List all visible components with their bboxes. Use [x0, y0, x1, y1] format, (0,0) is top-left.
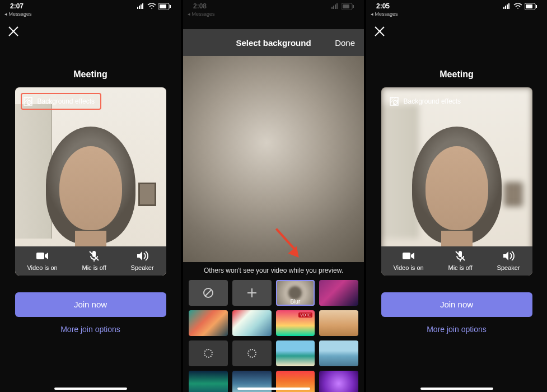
- preview-hint: Others won't see your video while you pr…: [183, 262, 364, 280]
- sheet-title: Select background: [236, 38, 311, 48]
- blur-icon: [288, 286, 302, 300]
- background-option-abstract-1[interactable]: [189, 310, 228, 336]
- status-time: 2:07: [10, 2, 24, 10]
- background-effects-button[interactable]: Background effects: [21, 93, 102, 110]
- background-option-nebula[interactable]: [319, 371, 358, 392]
- svg-rect-1: [139, 6, 140, 9]
- svg-rect-6: [170, 5, 171, 8]
- svg-rect-36: [536, 5, 537, 8]
- mic-off-icon: [87, 250, 101, 262]
- signal-icon: [331, 3, 339, 9]
- background-option-blur[interactable]: Blur: [276, 280, 315, 306]
- blur-label: Blur: [276, 298, 315, 305]
- home-indicator[interactable]: [237, 388, 310, 390]
- speaker-icon: [501, 250, 516, 262]
- background-option-add[interactable]: [232, 280, 272, 306]
- background-effects-button[interactable]: Background effects: [387, 93, 466, 110]
- battery-icon: [342, 3, 354, 10]
- video-preview-blurred: Background effects Video is on Mic is of…: [381, 87, 532, 276]
- more-join-options-link[interactable]: More join options: [427, 325, 487, 334]
- mic-toggle[interactable]: Mic is off: [448, 250, 473, 271]
- status-right-icons: [331, 3, 354, 10]
- background-option-beach[interactable]: [276, 340, 315, 366]
- page-title: Meeting: [366, 69, 547, 80]
- background-option-loading-2[interactable]: [232, 340, 272, 366]
- speaker-icon: [135, 250, 149, 262]
- svg-rect-25: [353, 5, 354, 8]
- close-icon[interactable]: [366, 17, 393, 37]
- phone-prejoin-1: 2:07 ◂ Messages Meeting Background effec…: [0, 0, 181, 392]
- phone-prejoin-2: 2:05 ◂ Messages Meeting Background effec…: [366, 0, 547, 392]
- status-right-icons: [137, 3, 171, 10]
- background-effects-icon: [389, 96, 399, 106]
- background-effects-label: Background effects: [404, 97, 461, 105]
- svg-rect-2: [141, 4, 142, 9]
- mic-off-icon: [453, 250, 467, 262]
- battery-icon: [525, 3, 537, 10]
- video-on-icon: [401, 250, 416, 262]
- join-now-button[interactable]: Join now: [381, 292, 532, 317]
- battery-icon: [158, 3, 171, 10]
- mic-label: Mic is off: [82, 264, 106, 271]
- back-to-messages[interactable]: ◂ Messages: [366, 11, 547, 17]
- svg-line-27: [205, 290, 212, 296]
- svg-rect-21: [335, 4, 336, 9]
- background-effects-label: Background effects: [38, 97, 95, 105]
- video-preview: Background effects Video is on Mic is of…: [15, 87, 166, 276]
- svg-rect-32: [507, 4, 508, 9]
- background-option-abstract-2[interactable]: [232, 310, 272, 336]
- close-icon[interactable]: [0, 17, 27, 37]
- av-controls: Video is on Mic is off Speaker: [15, 250, 166, 271]
- back-to-messages-dimmed: ◂ Messages: [183, 11, 364, 17]
- status-bar: 2:07: [0, 0, 181, 11]
- status-bar: 2:05: [366, 0, 547, 11]
- background-option-lanterns[interactable]: [319, 280, 358, 306]
- svg-rect-19: [331, 7, 333, 9]
- svg-rect-45: [403, 253, 410, 259]
- svg-rect-5: [160, 4, 166, 8]
- home-indicator[interactable]: [54, 388, 127, 390]
- signal-icon: [503, 3, 511, 9]
- background-option-none[interactable]: [189, 280, 228, 306]
- plus-icon: [246, 287, 258, 298]
- background-grid: Blur: [183, 280, 364, 392]
- done-button[interactable]: Done: [335, 38, 355, 48]
- audio-output-toggle[interactable]: Speaker: [131, 250, 154, 271]
- wifi-icon: [147, 3, 156, 9]
- background-option-desert[interactable]: [319, 310, 358, 336]
- join-now-button[interactable]: Join now: [15, 292, 166, 317]
- status-right-icons: [503, 3, 537, 10]
- svg-rect-20: [333, 6, 334, 9]
- svg-rect-0: [137, 7, 138, 9]
- svg-rect-3: [142, 3, 143, 9]
- svg-rect-22: [336, 3, 338, 9]
- status-bar-dimmed: 2:08: [183, 0, 364, 11]
- video-label: Video is on: [393, 264, 423, 271]
- svg-rect-15: [36, 253, 44, 259]
- phone-select-background: 2:08 ◂ Messages Select background Done O…: [183, 0, 364, 392]
- background-option-aurora[interactable]: [189, 371, 228, 392]
- more-join-options-link[interactable]: More join options: [60, 325, 120, 334]
- mic-toggle[interactable]: Mic is off: [82, 250, 106, 271]
- video-toggle[interactable]: Video is on: [393, 250, 423, 271]
- speaker-label: Speaker: [131, 264, 154, 271]
- background-option-loading-1[interactable]: [189, 340, 228, 366]
- audio-output-toggle[interactable]: Speaker: [497, 250, 520, 271]
- svg-rect-33: [508, 3, 509, 9]
- background-option-vote[interactable]: [276, 310, 315, 336]
- background-option-lake[interactable]: [319, 340, 358, 366]
- video-toggle[interactable]: Video is on: [27, 250, 57, 271]
- home-indicator[interactable]: [420, 388, 493, 390]
- status-time: 2:05: [376, 2, 390, 10]
- svg-rect-30: [503, 7, 504, 9]
- back-to-messages[interactable]: ◂ Messages: [0, 11, 181, 17]
- wifi-icon: [513, 3, 522, 9]
- annotation-arrow-head: [288, 246, 303, 262]
- none-icon: [202, 287, 214, 299]
- sheet-header: Select background Done: [183, 29, 364, 56]
- video-label: Video is on: [27, 264, 57, 271]
- av-controls: Video is on Mic is off Speaker: [381, 250, 532, 271]
- background-preview: [183, 56, 364, 262]
- status-time: 2:08: [193, 2, 207, 10]
- video-on-icon: [35, 250, 50, 262]
